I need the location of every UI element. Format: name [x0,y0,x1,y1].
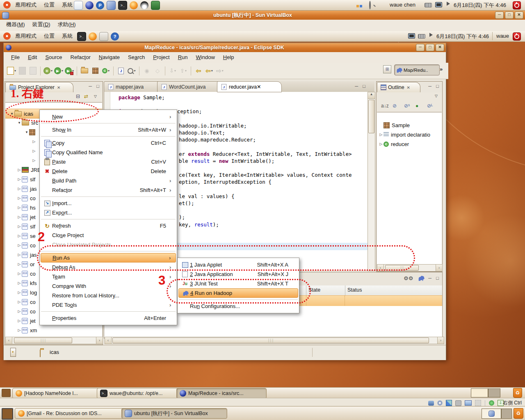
taskbar-button-map-reduce-icas-src[interactable]: Map/Reduce - icas/src... [176,388,267,398]
scroll-left-icon[interactable]: ‹ [6,337,12,344]
firefox-launcher-icon[interactable] [89,32,97,41]
editor-minimize[interactable]: ─ [355,84,358,89]
eclipse-minimize-button[interactable]: ─ [416,44,425,51]
terminal-launcher-icon[interactable]: >_ [77,32,86,41]
tree-expand-icon[interactable]: ▷ [17,168,22,172]
new-class-icon[interactable]: C▾ [101,66,111,76]
guest-menu-item[interactable]: 位置 [40,31,58,41]
tree-expand-icon[interactable]: ▷ [17,272,22,276]
fast-view-icon[interactable]: ▸ [10,348,16,357]
editor-vscrollbar[interactable]: ▲ [368,92,375,271]
vbox-titlebar[interactable]: ubuntu [執行中] - Sun VirtualBox ─ □ ✕ [0,11,525,20]
search-icon[interactable] [369,1,371,9]
hdd-icon[interactable] [428,401,434,406]
vbox-minimize-button[interactable]: ─ [495,11,504,19]
outline-item-sample[interactable]: Sample [377,121,442,130]
project-explorer-hscrollbar[interactable]: ‹ ┆┆┆ › [5,337,103,344]
eclipse-menu-window[interactable]: Window [192,52,219,62]
project-explorer-maximize[interactable]: □ [96,84,99,89]
vm-activity-icon[interactable] [489,400,494,406]
dropdown-arrow-icon[interactable]: ▾ [185,69,187,73]
sort-icon[interactable]: a↓z [381,103,389,109]
vbox-menu-m[interactable]: 機器(M) [2,20,29,30]
eclipse-menu-source[interactable]: Source [41,52,66,62]
show-desktop-button[interactable] [2,389,11,397]
outline-maximize[interactable]: □ [436,84,439,89]
outline-item-reducer[interactable]: ▷Creducer [377,139,442,148]
bottom-panel-maximize[interactable]: □ [436,276,439,281]
perspective-mapreduce-button[interactable]: Map/Redu.. [394,64,440,75]
network-icon[interactable] [446,400,452,406]
new-package-icon[interactable] [90,66,100,76]
workspace-2[interactable] [501,409,512,419]
taskbar-button-hadoop-namenode-l[interactable]: [Hadoop NameNode l... [12,388,100,398]
firefox-launcher-icon[interactable] [130,1,138,9]
menu-item-refresh[interactable]: ↻RefreshF5 [41,221,176,231]
taskbar-button-gmail-re-discussion-on-ids[interactable]: [Gmail - Re: Discussion on IDS... [15,408,124,419]
outline-item-import-declaratio[interactable]: ▷import declaratio [377,130,442,139]
menu-item-properties[interactable]: PropertiesAlt+Enter [41,313,176,323]
menu-item-restore-from-local-history[interactable]: Restore from Local History... [41,291,176,300]
tree-collapse-icon[interactable]: ▾ [24,130,29,134]
eclipse-titlebar[interactable]: Map/Reduce - icas/src/Sample/reducer.jav… [4,43,446,52]
keyboard-icon[interactable] [425,3,432,7]
run-external-icon[interactable]: ▶▾ [64,66,74,76]
run-icon[interactable]: ▶▾ [54,66,64,76]
tree-expand-icon[interactable]: ▷ [17,224,22,228]
tree-expand-icon[interactable]: ▷ [17,187,22,191]
tree-expand-icon[interactable]: ▷ [17,196,22,200]
text-editor-launcher-icon[interactable] [74,1,83,10]
tree-expand-icon[interactable]: ▷ [17,328,22,332]
menu-item-import[interactable]: ↘Import... [41,199,176,208]
menu-item-pde-tools[interactable]: PDE Tools› [41,300,176,310]
host-clock[interactable]: 6月18日(四) 下午 4:46 [454,2,506,9]
hide-fields-icon[interactable]: ⊘ [393,103,397,109]
host-show-desktop-button[interactable] [2,408,13,420]
host-trash-icon[interactable]: ♻ [514,408,523,419]
tree-expand-icon[interactable]: ▷ [17,262,22,266]
scroll-thumb[interactable]: ┆┆┆ [14,338,72,343]
tree-expand-icon[interactable]: ▷ [379,132,383,137]
scroll-right-icon[interactable]: › [437,337,444,344]
tree-expand-icon[interactable]: ▷ [32,149,37,153]
taskbar-button-ubuntu-sun-virtualbox[interactable]: ubuntu [執行中] - Sun VirtualBox [121,408,227,419]
menu-item-export[interactable]: ↗Export... [41,208,176,217]
hide-non-public-icon[interactable]: ● [415,103,418,109]
editor-maximize[interactable]: □ [363,84,365,89]
collapse-all-icon[interactable]: ⊟ [76,94,80,99]
link-with-editor-icon[interactable]: ⇄ [84,94,88,99]
menu-item-copy[interactable]: CopyCtrl+C [41,138,176,148]
dropdown-arrow-icon[interactable]: ▾ [51,69,52,73]
guest-trash-icon[interactable]: ♻ [513,388,522,398]
hide-static-icon[interactable]: ⊘ˢ [404,103,410,109]
eclipse-maximize-button[interactable]: □ [426,44,434,51]
eclipse-launcher-icon[interactable] [85,1,94,9]
tree-expand-icon[interactable]: ▷ [17,234,22,238]
tree-collapse-icon[interactable]: ▾ [17,121,22,125]
search-icon[interactable]: ▾ [127,66,137,76]
tree-expand-icon[interactable]: ▷ [17,243,22,247]
column-header-status[interactable]: Status [347,287,362,293]
help-launcher-icon[interactable]: ? [111,32,119,41]
editor-tab-mapper-java[interactable]: Jmapper.java [104,81,164,92]
back-icon[interactable]: ⇦▾ [204,66,214,76]
dropdown-arrow-icon[interactable]: ▾ [174,69,176,73]
eclipse-menu-project[interactable]: Project [149,52,173,62]
bottom-panel-minimize[interactable]: ─ [428,276,431,281]
host-workspace-switcher[interactable] [482,409,512,419]
eclipse-menu-help[interactable]: Help [219,52,238,62]
eclipse-menu-refactor[interactable]: Refactor [66,52,95,62]
pidgin-launcher-icon[interactable]: P [96,1,104,9]
scroll-thumb[interactable]: ┆┆┆ [112,338,429,343]
power-button[interactable] [513,1,521,9]
tree-item-xm[interactable]: ▷xm [5,326,102,335]
taskbar-button-waue-ubuntu-opt-e[interactable]: >_waue@ubuntu: /opt/e... [97,388,180,398]
host-menu-item[interactable]: 位置 [40,0,58,10]
workspace-2[interactable] [488,388,500,397]
tux-launcher-icon[interactable] [140,1,148,9]
last-edit-location-icon[interactable]: ⇦ [194,66,203,76]
dropdown-arrow-icon[interactable]: ▾ [211,69,213,73]
workspace-1[interactable] [471,388,488,397]
main-hscrollbar[interactable]: ‹ ┆┆┆ › [105,337,444,344]
eclipse-menu-navigate[interactable]: Navigate [95,52,124,62]
